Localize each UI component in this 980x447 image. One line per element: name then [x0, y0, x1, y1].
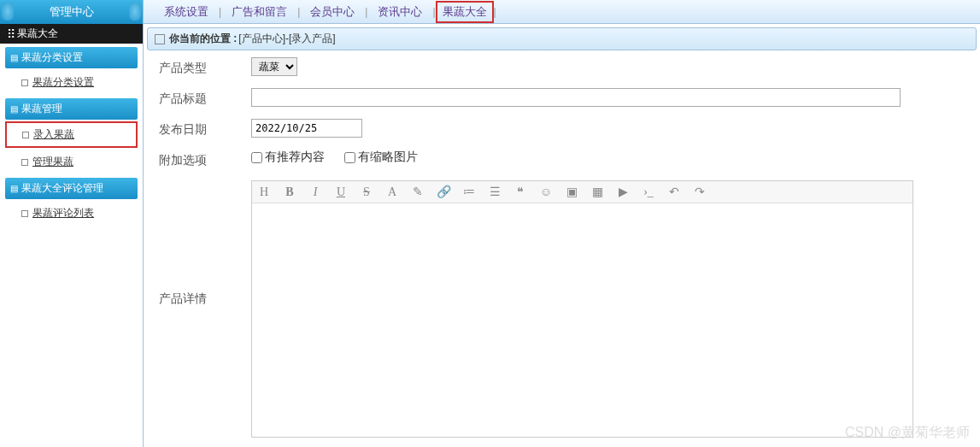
list-icon: ▤ [10, 184, 18, 193]
page-icon [155, 34, 165, 44]
undo-icon[interactable]: ↶ [667, 185, 681, 199]
underline-icon[interactable]: U [334, 185, 348, 199]
extra-label: 附加选项 [159, 150, 251, 172]
grid-icon: ⠿ [7, 27, 14, 41]
handle-left[interactable] [2, 2, 14, 21]
strike-icon[interactable]: S [360, 185, 373, 199]
topnav-item-4[interactable]: 果蔬大全 [436, 1, 494, 23]
image-icon[interactable]: ▣ [565, 185, 578, 199]
quote-icon[interactable]: ❝ [513, 185, 527, 199]
color-icon[interactable]: A [385, 185, 399, 199]
heading-icon[interactable]: H [257, 185, 271, 199]
link-icon[interactable]: 🔗 [437, 185, 450, 199]
title-label: 产品标题 [159, 88, 251, 110]
topnav-item-1[interactable]: 广告和留言 [221, 4, 297, 20]
italic-icon[interactable]: I [308, 185, 322, 199]
sidebar-group-header[interactable]: ▤果蔬管理 [5, 98, 138, 120]
editor-toolbar: HBIUSA✎🔗≔☰❝☺▣▦▶›_↶↷ [252, 181, 913, 203]
doc-icon [21, 210, 28, 217]
brush-icon[interactable]: ✎ [411, 185, 425, 199]
ul-icon[interactable]: ≔ [462, 185, 476, 199]
product-form: 产品类型 蔬菜 产品标题 发布日期 附加选项 有推荐内容 有缩略图片 产品详情 … [159, 57, 965, 447]
list-icon: ▤ [10, 53, 18, 62]
sidebar-header: 管理中心 [0, 0, 143, 24]
redo-icon[interactable]: ↷ [693, 185, 707, 199]
date-label: 发布日期 [159, 119, 251, 141]
rich-editor: HBIUSA✎🔗≔☰❝☺▣▦▶›_↶↷ [251, 180, 913, 438]
chk-thumb[interactable] [344, 152, 355, 163]
list-icon: ▤ [10, 104, 18, 114]
doc-icon [22, 132, 29, 138]
type-select[interactable]: 蔬菜 [251, 57, 297, 76]
table-icon[interactable]: ▦ [590, 185, 604, 199]
doc-icon [21, 159, 28, 166]
main-area: 你当前的位置 : [产品中心]-[录入产品] 产品类型 蔬菜 产品标题 发布日期… [144, 24, 980, 447]
topnav-item-2[interactable]: 会员中心 [300, 4, 365, 20]
code-icon[interactable]: ›_ [642, 185, 655, 199]
sidebar-item[interactable]: 果蔬评论列表 [5, 201, 138, 226]
editor-body[interactable] [252, 203, 913, 434]
sidebar-item[interactable]: 管理果蔬 [5, 150, 138, 174]
separator: | [494, 6, 496, 18]
date-input[interactable] [251, 119, 362, 138]
bold-icon[interactable]: B [283, 185, 296, 199]
breadcrumb: 你当前的位置 : [产品中心]-[录入产品] [147, 27, 977, 50]
handle-right[interactable] [129, 2, 141, 21]
detail-label: 产品详情 [159, 180, 251, 310]
sidebar: 管理中心 ⠿ 果蔬大全 ▤果蔬分类设置果蔬分类设置▤果蔬管理录入果蔬管理果蔬▤果… [0, 0, 144, 447]
topnav-item-3[interactable]: 资讯中心 [367, 4, 432, 20]
chk-recommend-label[interactable]: 有推荐内容 [251, 150, 325, 163]
doc-icon [21, 79, 28, 86]
sidebar-item[interactable]: 录入果蔬 [5, 121, 138, 148]
top-nav: 系统设置|广告和留言|会员中心|资讯中心|果蔬大全| [0, 0, 980, 24]
type-label: 产品类型 [159, 57, 251, 79]
chk-recommend[interactable] [251, 152, 262, 163]
sidebar-group-header[interactable]: ▤果蔬大全评论管理 [5, 178, 138, 199]
video-icon[interactable]: ▶ [616, 185, 630, 199]
title-input[interactable] [251, 88, 901, 107]
sidebar-root[interactable]: ⠿ 果蔬大全 [0, 24, 143, 44]
topnav-item-0[interactable]: 系统设置 [154, 4, 219, 20]
chk-thumb-label[interactable]: 有缩略图片 [344, 150, 418, 163]
sidebar-group-header[interactable]: ▤果蔬分类设置 [5, 47, 138, 68]
emoji-icon[interactable]: ☺ [539, 185, 553, 199]
ol-icon[interactable]: ☰ [488, 185, 502, 199]
sidebar-item[interactable]: 果蔬分类设置 [5, 70, 138, 95]
